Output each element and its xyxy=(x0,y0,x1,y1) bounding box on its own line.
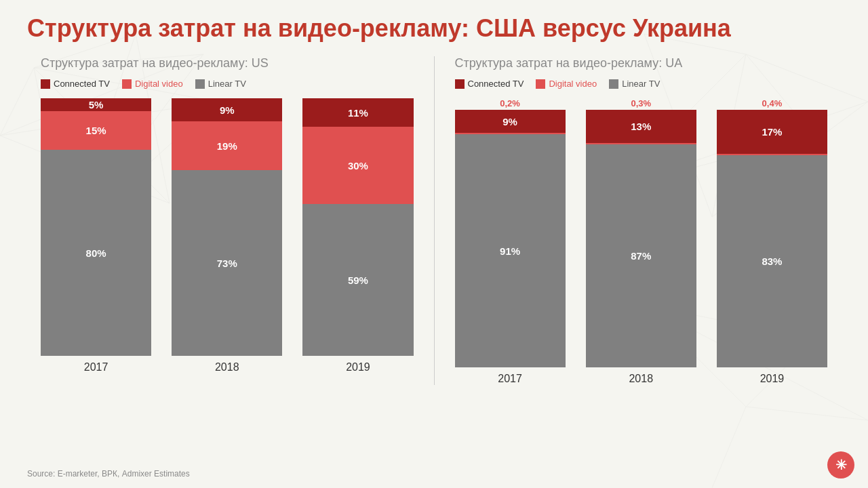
ua-bars-container: 0,2% 9% 91% 2017 0,3% 13% 87% xyxy=(455,98,828,385)
us-chart-title: Структура затрат на видео-рекламу: US xyxy=(41,56,414,70)
ua-legend-linear-label: Linear TV xyxy=(622,79,660,89)
us-bar-2017-stack: 5% 15% 80% xyxy=(41,98,151,356)
us-bar-2018-stack: 9% 19% 73% xyxy=(172,98,282,356)
us-legend-digital: Digital video xyxy=(122,79,183,89)
admixer-badge: ✳ xyxy=(827,451,854,479)
us-bar-2018: 9% 19% 73% 2018 xyxy=(172,98,282,373)
ua-2017-digital-label: 0,2% xyxy=(500,98,520,108)
us-2019-connected-segment: 11% xyxy=(302,98,413,127)
linear-tv-color-swatch-ua xyxy=(609,79,618,89)
svg-line-25 xyxy=(712,407,746,488)
us-2017-label: 2017 xyxy=(84,361,108,373)
linear-tv-color-swatch-us xyxy=(195,79,205,89)
us-2018-label: 2018 xyxy=(215,361,239,373)
us-bar-2019-stack: 11% 30% 59% xyxy=(302,98,413,356)
us-legend-linear-label: Linear TV xyxy=(208,79,246,89)
us-legend-linear: Linear TV xyxy=(195,79,246,89)
ua-chart-title: Структура затрат на видео-рекламу: UA xyxy=(455,56,828,70)
us-2019-linear-segment: 59% xyxy=(302,204,413,356)
ua-2019-digital-label: 0,4% xyxy=(762,98,783,108)
us-2019-label: 2019 xyxy=(346,361,370,373)
us-chart-section: Структура затрат на видео-рекламу: US Co… xyxy=(27,56,427,385)
ua-2017-linear-segment: 91% xyxy=(455,134,566,367)
us-bar-2017: 5% 15% 80% 2017 xyxy=(41,98,151,373)
us-2018-linear-segment: 73% xyxy=(172,170,282,356)
digital-video-color-swatch-us xyxy=(122,79,132,89)
us-legend-digital-label: Digital video xyxy=(135,79,183,89)
ua-2017-connected-segment: 9% xyxy=(455,110,566,133)
us-bars-container: 5% 15% 80% 2017 9% 19% 73% 2018 xyxy=(41,98,414,373)
us-legend-connected-label: Connected TV xyxy=(54,79,110,89)
us-2018-digital-segment: 19% xyxy=(172,121,282,170)
source-citation: Source: E-marketer, ВРК, Admixer Estimat… xyxy=(27,469,190,479)
chart-divider xyxy=(434,56,435,385)
ua-2019-label: 2019 xyxy=(760,373,785,385)
us-bar-2019: 11% 30% 59% 2019 xyxy=(302,98,413,373)
svg-line-24 xyxy=(746,407,868,420)
ua-legend-connected: Connected TV xyxy=(455,79,524,89)
ua-bar-2019: 0,4% 17% 83% 2019 xyxy=(717,98,827,385)
ua-legend-digital-label: Digital video xyxy=(549,79,597,89)
ua-bar-2018-stack: 13% 87% xyxy=(586,110,696,367)
ua-2017-label: 2017 xyxy=(498,373,522,385)
us-2017-connected-segment: 5% xyxy=(41,98,151,111)
ua-2018-linear-segment: 87% xyxy=(586,144,696,367)
ua-bar-2019-stack: 17% 83% xyxy=(717,110,827,367)
ua-bar-2017-stack: 9% 91% xyxy=(455,110,566,367)
ua-bar-2017: 0,2% 9% 91% 2017 xyxy=(455,98,566,385)
ua-2018-connected-segment: 13% xyxy=(586,110,696,143)
ua-legend-digital: Digital video xyxy=(536,79,597,89)
us-legend: Connected TV Digital video Linear TV xyxy=(41,79,414,89)
ua-legend-connected-label: Connected TV xyxy=(468,79,524,89)
ua-bar-2018: 0,3% 13% 87% 2018 xyxy=(586,98,696,385)
connected-tv-color-swatch-ua xyxy=(455,79,465,89)
us-2019-digital-segment: 30% xyxy=(302,127,413,204)
main-title: Структура затрат на видео-рекламу: США в… xyxy=(27,14,841,43)
ua-2019-linear-segment: 83% xyxy=(717,155,827,367)
ua-2018-digital-label: 0,3% xyxy=(631,98,651,108)
ua-2019-connected-segment: 17% xyxy=(717,110,827,154)
us-2017-linear-segment: 80% xyxy=(41,150,151,356)
ua-2018-label: 2018 xyxy=(629,373,653,385)
us-2018-connected-segment: 9% xyxy=(172,98,282,121)
connected-tv-color-swatch xyxy=(41,79,50,89)
us-2017-digital-segment: 15% xyxy=(41,111,151,150)
digital-video-color-swatch-ua xyxy=(536,79,545,89)
ua-legend-linear: Linear TV xyxy=(609,79,660,89)
ua-legend: Connected TV Digital video Linear TV xyxy=(455,79,828,89)
ua-chart-section: Структура затрат на видео-рекламу: UA Co… xyxy=(441,56,842,385)
us-legend-connected: Connected TV xyxy=(41,79,110,89)
